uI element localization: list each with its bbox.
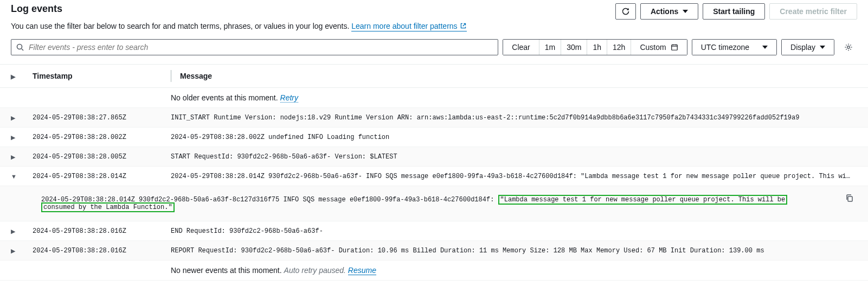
copy-button[interactable] — [845, 194, 854, 202]
refresh-button[interactable] — [615, 3, 636, 20]
header: Log events Actions Start tailing Create … — [0, 0, 868, 21]
log-timestamp: 2024-05-29T08:38:28.016Z — [33, 247, 171, 255]
search-input-wrap[interactable] — [11, 39, 498, 55]
table-header: ▶ Timestamp Message — [0, 65, 868, 88]
header-actions: Actions Start tailing Create metric filt… — [615, 3, 857, 20]
expand-all-toggle[interactable]: ▶ — [11, 72, 33, 80]
column-message[interactable]: Message — [180, 72, 857, 80]
calendar-icon — [671, 43, 678, 51]
learn-more-link[interactable]: Learn more about filter patterns — [351, 22, 466, 31]
log-message: REPORT RequestId: 930fd2c2-968b-50a6-a63… — [171, 247, 857, 255]
start-tailing-button[interactable]: Start tailing — [703, 3, 765, 20]
retry-link[interactable]: Retry — [280, 93, 298, 103]
display-selector[interactable]: Display — [781, 39, 834, 55]
svg-rect-1 — [671, 45, 677, 50]
log-row[interactable]: ▶ 2024-05-29T08:38:28.016Z REPORT Reques… — [0, 241, 868, 261]
log-row-expanded: 2024-05-29T08:38:28.014Z 930fd2c2-968b-5… — [0, 186, 868, 221]
range-12h[interactable]: 12h — [607, 40, 631, 55]
highlighted-text: consumed by the Lambda Function." — [41, 202, 175, 212]
chevron-down-icon[interactable]: ▼ — [11, 173, 17, 180]
caret-down-icon — [820, 46, 825, 49]
column-timestamp[interactable]: Timestamp — [33, 72, 171, 80]
resume-link[interactable]: Resume — [348, 266, 376, 275]
log-row[interactable]: ▶ 2024-05-29T08:38:28.005Z START Request… — [0, 147, 868, 167]
chevron-right-icon[interactable]: ▶ — [11, 247, 15, 254]
log-timestamp: 2024-05-29T08:38:28.002Z — [33, 134, 171, 141]
time-range-group: Clear 1m 30m 1h 12h Custom — [503, 39, 687, 55]
no-newer-row: No newer events at this moment. Auto ret… — [0, 261, 868, 281]
log-message: INIT_START Runtime Version: nodejs:18.v2… — [171, 114, 857, 122]
chevron-right-icon[interactable]: ▶ — [11, 228, 15, 234]
no-older-row: No older events at this moment. Retry — [0, 88, 868, 108]
search-icon — [16, 43, 24, 52]
svg-rect-3 — [848, 196, 852, 201]
highlighted-text: "Lambda message test 1 for new message p… — [498, 195, 788, 205]
copy-icon — [845, 194, 854, 202]
log-row[interactable]: ▼ 2024-05-29T08:38:28.014Z 2024-05-29T08… — [0, 167, 868, 186]
external-link-icon — [460, 22, 467, 29]
log-timestamp: 2024-05-29T08:38:28.014Z — [33, 173, 171, 180]
chevron-right-icon[interactable]: ▶ — [11, 134, 15, 141]
filter-bar: Clear 1m 30m 1h 12h Custom UTC timezone … — [0, 39, 868, 64]
subtitle: You can use the filter bar below to sear… — [0, 21, 868, 39]
svg-point-2 — [847, 46, 850, 48]
log-row[interactable]: ▶ 2024-05-29T08:38:28.016Z END RequestId… — [0, 221, 868, 241]
log-message: 2024-05-29T08:38:28.002Z undefined INFO … — [171, 134, 857, 141]
log-timestamp: 2024-05-29T08:38:28.016Z — [33, 227, 171, 235]
refresh-icon — [621, 7, 630, 16]
chevron-right-icon[interactable]: ▶ — [11, 154, 15, 160]
log-timestamp: 2024-05-29T08:38:27.865Z — [33, 114, 171, 122]
actions-button[interactable]: Actions — [640, 3, 698, 20]
log-message: END RequestId: 930fd2c2-968b-50a6-a63f- — [171, 227, 857, 235]
gear-icon — [844, 43, 853, 52]
log-row[interactable]: ▶ 2024-05-29T08:38:27.865Z INIT_START Ru… — [0, 108, 868, 128]
log-row[interactable]: ▶ 2024-05-29T08:38:28.002Z 2024-05-29T08… — [0, 128, 868, 147]
range-30m[interactable]: 30m — [561, 40, 587, 55]
chevron-right-icon[interactable]: ▶ — [11, 115, 15, 121]
chevron-right-icon: ▶ — [11, 73, 15, 80]
log-message: 2024-05-29T08:38:28.014Z 930fd2c2-968b-5… — [171, 173, 857, 180]
range-1h[interactable]: 1h — [587, 40, 607, 55]
clear-button[interactable]: Clear — [503, 40, 539, 55]
log-events-table: ▶ Timestamp Message No older events at t… — [0, 64, 868, 281]
range-1m[interactable]: 1m — [539, 40, 561, 55]
range-custom[interactable]: Custom — [631, 40, 686, 55]
actions-label: Actions — [651, 7, 678, 16]
log-timestamp: 2024-05-29T08:38:28.005Z — [33, 153, 171, 161]
search-input[interactable] — [29, 43, 493, 52]
page-title: Log events — [11, 3, 62, 15]
log-message: START RequestId: 930fd2c2-968b-50a6-a63f… — [171, 153, 857, 161]
settings-button[interactable] — [840, 39, 857, 55]
timezone-selector[interactable]: UTC timezone — [692, 39, 777, 55]
create-metric-filter-button: Create metric filter — [769, 3, 857, 20]
caret-down-icon — [762, 46, 768, 49]
svg-point-0 — [17, 45, 22, 49]
caret-down-icon — [683, 10, 688, 13]
